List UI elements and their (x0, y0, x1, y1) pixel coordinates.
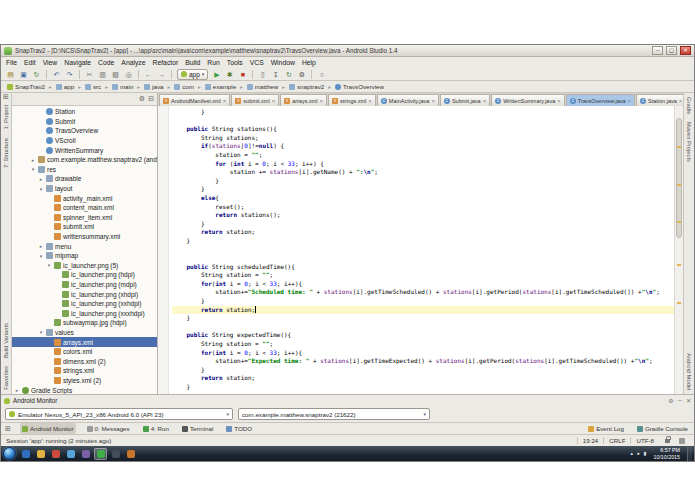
toolwindow-grid-icon[interactable]: ⊞ (3, 93, 9, 101)
encoding-indicator[interactable]: UTF-8 (630, 437, 659, 444)
code-line[interactable]: for (int i = 0; i < 33; i++) { (172, 160, 674, 169)
code-line[interactable]: } (172, 237, 674, 246)
tab-close-icon[interactable]: × (223, 98, 227, 104)
settings-gear-icon[interactable]: ⚙ (668, 397, 673, 404)
code-line[interactable]: return station; (172, 228, 674, 237)
toolwindow-button-4-run[interactable]: 4: Run (141, 423, 171, 434)
find-icon[interactable]: ◎ (123, 69, 134, 80)
tree-item-ic-launcher-png-xxhdpi[interactable]: ic_launcher.png (xxhdpi) (12, 299, 157, 309)
tree-item-dimens-xml-2[interactable]: dimens.xml (2) (12, 356, 157, 366)
taskbar-app-5[interactable] (79, 448, 92, 460)
start-button[interactable] (3, 447, 16, 460)
code-line[interactable]: for(int i = 0; i < 33; i++){ (172, 280, 674, 289)
tray-network-icon[interactable]: ● (637, 451, 640, 456)
code-line[interactable]: public String scheduledTime(){ (172, 263, 674, 272)
tree-expanded-icon[interactable]: ▾ (38, 329, 44, 335)
menu-vcs[interactable]: VCS (250, 59, 264, 66)
menu-tools[interactable]: Tools (227, 59, 243, 66)
stop-button[interactable]: ■ (237, 69, 248, 80)
tree-expanded-icon[interactable]: ▾ (46, 262, 52, 268)
code-line[interactable]: public String expectedTime(){ (172, 331, 674, 340)
breadcrumb-matthew[interactable]: matthew (245, 83, 280, 90)
tree-expanded-icon[interactable]: ▾ (38, 253, 44, 259)
tree-item-styles-xml-2[interactable]: styles.xml (2) (12, 376, 157, 386)
tree-collapsed-icon[interactable]: ▸ (30, 157, 36, 163)
tab-close-icon[interactable]: × (368, 98, 372, 104)
tab-travsoverview-java[interactable]: cTravsOverview.java× (566, 94, 635, 106)
tool-button-gradle[interactable]: Gradle (686, 93, 692, 118)
code-line[interactable]: if(stations[0]!=null) { (172, 142, 674, 151)
tree-collapsed-icon[interactable]: ▸ (38, 243, 44, 249)
tree-item-gradle-scripts[interactable]: ▸Gradle Scripts (12, 385, 157, 394)
menu-view[interactable]: View (43, 59, 58, 66)
code-area[interactable]: } public String stations(){ String stati… (169, 106, 674, 394)
search-icon[interactable]: ○ (316, 69, 327, 80)
tray-volume-icon[interactable]: ▮ (644, 451, 647, 456)
toolwindow-button-terminal[interactable]: Terminal (180, 423, 215, 434)
toolwindow-button-0-messages[interactable]: 0: Messages (85, 423, 132, 434)
cut-icon[interactable]: ✂ (84, 69, 95, 80)
breadcrumb-travsoverview[interactable]: TravsOverview (333, 83, 386, 90)
breadcrumb-com[interactable]: com (172, 83, 196, 90)
toolwindow-button-event-log[interactable]: Event Log (586, 423, 626, 434)
breadcrumb-java[interactable]: java (142, 83, 165, 90)
toolwindow-button-gradle-console[interactable]: Gradle Console (635, 423, 690, 434)
undo-icon[interactable]: ↶ (51, 69, 62, 80)
inspections-profile-icon[interactable] (679, 438, 685, 444)
code-line[interactable] (172, 246, 674, 255)
paste-icon[interactable]: ▧ (110, 69, 121, 80)
taskbar-app-7[interactable] (109, 448, 122, 460)
code-line[interactable]: station = ""; (172, 151, 674, 160)
breadcrumb-snaptrav2[interactable]: snaptrav2 (287, 83, 326, 90)
tab-close-icon[interactable]: × (628, 98, 632, 104)
menu-run[interactable]: Run (207, 59, 219, 66)
tree-item-station[interactable]: Station (12, 107, 157, 117)
tree-item-strings-xml[interactable]: strings.xml (12, 366, 157, 376)
tool-button-android-model[interactable]: Android Model (686, 349, 692, 394)
tool-button-7-structure[interactable]: 7: Structure (3, 134, 9, 172)
menu-help[interactable]: Help (302, 59, 316, 66)
code-line[interactable]: } (172, 177, 674, 186)
toolwindow-button-todo[interactable]: TODO (224, 423, 254, 434)
taskbar-app-4[interactable] (64, 448, 77, 460)
tree-item-arrays-xml[interactable]: arrays.xml (12, 337, 157, 347)
editor-scrollbar[interactable] (674, 106, 683, 394)
menu-window[interactable]: Window (271, 59, 295, 66)
code-line[interactable]: public String stations(){ (172, 125, 674, 134)
tree-expanded-icon[interactable]: ▾ (30, 166, 36, 172)
code-line[interactable]: return station; (172, 306, 674, 315)
tree-item-layout[interactable]: ▾layout (12, 184, 157, 194)
process-select[interactable]: com.example.matthew.snaptrav2 (21622) ▾ (238, 408, 430, 420)
tab-androidmanifest-xml[interactable]: xAndroidManifest.xml× (159, 94, 230, 106)
lock-icon[interactable] (665, 439, 670, 443)
close-panel-icon[interactable]: ✕ (686, 397, 691, 404)
toolwindow-button-android-monitor[interactable]: Android Monitor (20, 423, 76, 434)
taskbar-app-8[interactable] (124, 448, 137, 460)
tree-item-activity-main-xml[interactable]: activity_main.xml (12, 193, 157, 203)
tree-item-menu[interactable]: ▸menu (12, 241, 157, 251)
tree-item-subwaymap-jpg-hdpi[interactable]: subwaymap.jpg (hdpi) (12, 318, 157, 328)
tree-item-ic-launcher-png-xhdpi[interactable]: ic_launcher.png (xhdpi) (12, 289, 157, 299)
device-select[interactable]: Emulator Nexus_5_API_23_x86 Android 6.0 … (5, 408, 233, 420)
breadcrumb-example[interactable]: example (203, 83, 238, 90)
maximize-button[interactable]: ▢ (666, 46, 677, 55)
taskbar-app-3[interactable] (49, 448, 62, 460)
tab-writtensummary-java[interactable]: cWrittenSummary.java× (491, 94, 565, 106)
caret-position-indicator[interactable]: 19:24 (577, 437, 603, 444)
collapse-all-icon[interactable]: ⊟ (148, 95, 154, 103)
code-line[interactable]: } (172, 185, 674, 194)
breadcrumb-snaptrav2[interactable]: SnapTrav2 (5, 83, 47, 90)
taskbar-clock[interactable]: 6:57 PM 10/10/2015 (650, 447, 683, 460)
show-desktop-button[interactable] (687, 447, 692, 461)
sync-icon[interactable]: ↻ (31, 69, 42, 80)
tab-close-icon[interactable]: × (483, 98, 487, 104)
tree-item-values[interactable]: ▾values (12, 328, 157, 338)
code-line[interactable]: String stations; (172, 134, 674, 143)
copy-icon[interactable]: ▥ (97, 69, 108, 80)
redo-icon[interactable]: ↷ (64, 69, 75, 80)
tab-close-icon[interactable]: × (557, 98, 561, 104)
gradle-sync-icon[interactable]: ↻ (283, 69, 294, 80)
tree-item-ic-launcher-png-5[interactable]: ▾ic_launcher.png (5) (12, 261, 157, 271)
tree-item-ic-launcher-png-hdpi[interactable]: ic_launcher.png (hdpi) (12, 270, 157, 280)
tree-item-ic-launcher-png-mdpi[interactable]: ic_launcher.png (mdpi) (12, 280, 157, 290)
